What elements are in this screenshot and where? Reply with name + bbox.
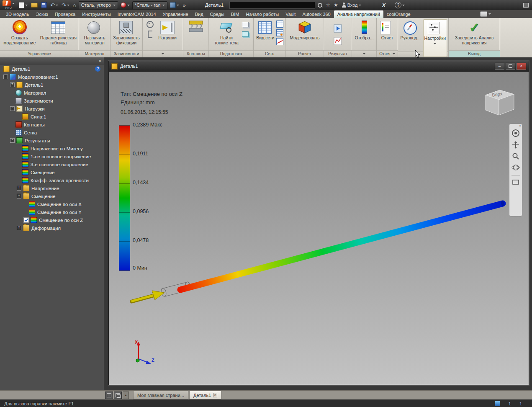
simulate-button[interactable]: Моделировать [288, 19, 322, 41]
tree-item-loads[interactable]: - Нагрузки [0, 105, 104, 113]
view-cube[interactable]: Верх [480, 85, 518, 118]
tree-item-principal-1[interactable]: 1-ое основное напряжение [0, 152, 104, 160]
navigation-bar[interactable]: × [509, 124, 522, 216]
checkbox-checked[interactable] [23, 217, 29, 223]
document-title-bar[interactable]: Деталь1 – × [109, 61, 529, 72]
material-ball-button[interactable] [120, 1, 131, 9]
local-mesh-button[interactable] [276, 29, 283, 36]
tree-item-mesh[interactable]: Сетка [0, 129, 104, 137]
doc-restore-button[interactable] [506, 63, 515, 70]
assign-material-button[interactable]: Назначить материал [80, 19, 109, 46]
tab-coolorange[interactable]: coolOrange [383, 10, 414, 18]
panel-label-manage[interactable]: Управление [0, 50, 79, 57]
toolbar-overflow-button[interactable]: » [182, 1, 186, 9]
tree-item-displacement-folder[interactable]: - Смещение [0, 192, 104, 200]
mesh-settings-button[interactable] [276, 21, 283, 28]
expander-icon[interactable]: + [17, 226, 21, 230]
tab-3d-model[interactable]: 3D-модель [3, 10, 32, 18]
material-combo[interactable]: Сталь, углеро [79, 1, 118, 9]
tab-document[interactable]: Деталь1× [189, 391, 221, 399]
tree-item-part-root[interactable]: Деталь1 ? [0, 65, 104, 73]
application-menu-button[interactable]: PRO [3, 0, 15, 10]
exchange-apps-button[interactable]: X [381, 1, 387, 9]
settings-button[interactable]: Настройки [423, 19, 447, 57]
appearance-combo[interactable]: *Сталь - гал [132, 1, 168, 9]
tree-item-von-mises[interactable]: Напряжение по Мизесу [0, 144, 104, 152]
contacts-button[interactable] [188, 19, 204, 33]
expander-icon[interactable]: + [10, 82, 15, 87]
panel-label-constraints[interactable]: Зависимости [111, 50, 142, 57]
navbar-close-icon[interactable]: × [519, 124, 521, 128]
infocenter-toggle-button[interactable] [522, 1, 529, 9]
tab-upravlenie[interactable]: Управление [159, 10, 192, 18]
panel-label-material[interactable]: Материал [79, 50, 110, 57]
parametric-table-button[interactable]: Параметрическая таблица [39, 19, 77, 46]
panel-label-prepare[interactable]: Подготовка [209, 50, 253, 57]
favorites-button[interactable]: ★ [333, 1, 339, 9]
tab-bim[interactable]: BIM [228, 10, 243, 18]
browser-help-icon[interactable]: ? [95, 66, 100, 72]
tab-nachalo-raboty[interactable]: Начало работы [242, 10, 282, 18]
cascade-windows-icon[interactable] [114, 392, 122, 399]
tree-item-results[interactable]: - Результаты [0, 137, 104, 144]
orbit-icon[interactable] [511, 164, 520, 171]
bearing-load-button[interactable] [146, 30, 154, 38]
expander-icon[interactable]: - [3, 75, 8, 79]
panel-label-solve[interactable]: Расчет [286, 50, 324, 57]
search-button[interactable] [317, 1, 323, 9]
tab-vault[interactable]: Vault [282, 10, 299, 18]
tab-instrumenty[interactable]: Инструменты [79, 10, 114, 18]
tree-item-force[interactable]: Сила:1 [0, 113, 104, 121]
tab-home-page[interactable]: Моя главная страни... [133, 391, 188, 399]
prepare-midsurface-button[interactable] [241, 30, 249, 38]
tree-item-displacement-z[interactable]: Смещение по оси Z [0, 216, 104, 224]
prepare-offset-button[interactable] [241, 21, 249, 28]
find-thin-bodies-button[interactable]: Найти тонкие тела [213, 19, 240, 46]
finish-analysis-button[interactable]: ✓ Завершить Анализ напряжения [450, 19, 498, 46]
tree-item-displacement-x[interactable]: Смещение по оси X [0, 200, 104, 208]
tree-item-constraints[interactable]: Зависимости [0, 97, 104, 105]
navigation-wheel-icon[interactable] [511, 129, 520, 137]
tree-item-simulation[interactable]: - Моделирование:1 [0, 73, 104, 81]
expand-tabs-button[interactable]: ▴ [123, 392, 129, 399]
pan-icon[interactable] [512, 141, 519, 149]
panel-label-mesh[interactable]: Сеть [254, 50, 285, 57]
favorites-edit-button[interactable]: ☆ [325, 1, 331, 9]
expander-icon[interactable]: - [17, 194, 21, 198]
viewport-3d[interactable]: Тип: Смещение по оси Z Единица: mm 01.06… [109, 72, 529, 385]
tab-sredy[interactable]: Среды [207, 10, 228, 18]
appearance-adjust-button[interactable] [169, 1, 180, 9]
panel-label-contacts[interactable]: Контакты [183, 50, 208, 57]
expander-icon[interactable]: - [10, 138, 15, 143]
doc-close-button[interactable]: × [517, 63, 526, 70]
panel-label-loads[interactable] [143, 50, 183, 57]
tree-item-displacement[interactable]: Смещение [0, 168, 104, 176]
tab-close-icon[interactable]: × [213, 393, 217, 397]
sign-in-button[interactable]: Вход [341, 1, 362, 9]
zoom-icon[interactable] [512, 152, 519, 160]
tab-analiz-napryazheniy[interactable]: Анализ напряжений [334, 10, 383, 18]
browser-close-icon[interactable]: × [99, 59, 101, 63]
tree-item-safety-factor[interactable]: Коэфф. запаса прочности [0, 176, 104, 184]
tree-item-material[interactable]: Материал [0, 89, 104, 97]
tab-eskiz[interactable]: Эскиз [32, 10, 51, 18]
tab-inventorcam[interactable]: InventorCAM 2014 [114, 10, 159, 18]
pressure-load-button[interactable] [146, 21, 154, 28]
probe-button[interactable] [333, 36, 343, 46]
search-input[interactable] [229, 1, 315, 9]
tree-item-part[interactable]: + Деталь1 [0, 81, 104, 89]
help-button[interactable]: ? [394, 1, 406, 9]
ui-appearance-switcher[interactable] [480, 11, 491, 18]
arrange-windows-icon[interactable] [105, 392, 113, 399]
create-simulation-button[interactable]: Создать моделирование [1, 19, 38, 46]
tree-item-stress-folder[interactable]: + Напряжение [0, 184, 104, 192]
guide-button[interactable]: Руковод... [399, 19, 422, 41]
panel-label-exit[interactable]: Выход [449, 50, 500, 57]
expander-icon[interactable]: + [17, 186, 21, 191]
loads-button[interactable]: Нагрузки [155, 19, 180, 41]
panel-label-display[interactable] [352, 50, 376, 57]
redo-button[interactable]: ↷ [61, 1, 70, 9]
expander-icon[interactable]: - [10, 106, 15, 111]
animate-results-button[interactable] [333, 23, 343, 33]
tab-vid[interactable]: Вид [192, 10, 207, 18]
